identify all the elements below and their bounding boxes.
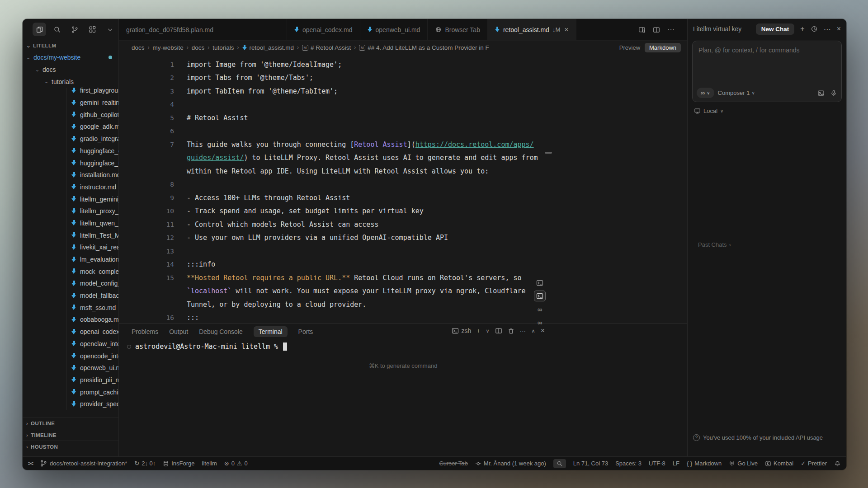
file-model_config_proxy.md[interactable]: model_config_proxy.md xyxy=(23,277,118,290)
history-icon[interactable] xyxy=(811,25,818,33)
agent-terminal-icon[interactable]: ∞ xyxy=(534,304,546,314)
file-litellm_qwen_code_cli.md[interactable]: litellm_qwen_code_cli.md xyxy=(23,217,118,230)
source-control-icon[interactable] xyxy=(68,23,81,36)
file-opencode_integration.md[interactable]: opencode_integration.md xyxy=(23,350,118,362)
more-actions-icon[interactable]: ⋯ xyxy=(667,25,675,34)
status-eol[interactable]: LF xyxy=(673,460,679,467)
file-mock_completion.md[interactable]: mock_completion.md xyxy=(23,265,118,277)
folder-tutorials[interactable]: ⌄tutorials xyxy=(23,75,118,88)
status-insforge[interactable]: InsForge xyxy=(163,460,194,467)
sidebar-section-houston[interactable]: ›HOUSTON xyxy=(23,441,118,452)
status-encoding[interactable]: UTF-8 xyxy=(649,460,665,467)
breadcrumb-item[interactable]: my-website xyxy=(153,44,184,51)
panel-tab-debug-console[interactable]: Debug Console xyxy=(199,328,243,335)
panel-tab-problems[interactable]: Problems xyxy=(132,328,158,335)
tab-openweb_ui.md[interactable]: openweb_ui.md xyxy=(360,19,428,40)
status-prettier[interactable]: ✓Prettier xyxy=(801,460,827,467)
breadcrumb-item[interactable]: retool_assist.md xyxy=(242,44,294,51)
project-header[interactable]: ⌄ LITELLM xyxy=(23,40,118,52)
status-indentation[interactable]: Spaces: 3 xyxy=(615,460,642,467)
file-model_fallbacks.md[interactable]: model_fallbacks.md xyxy=(23,290,118,302)
files-explorer-icon[interactable] xyxy=(33,23,46,36)
file-openweb_ui.md[interactable]: openweb_ui.md xyxy=(23,362,118,374)
status-language-mode[interactable]: { }Markdown xyxy=(687,460,722,467)
tab-retool_assist.md[interactable]: retool_assist.md↓M× xyxy=(488,19,576,40)
file-presidio_pii_masking.md[interactable]: presidio_pii_masking.md xyxy=(23,374,118,386)
chevron-down-icon[interactable] xyxy=(103,23,117,36)
attach-image-icon[interactable] xyxy=(817,89,825,97)
status-remote-indicator[interactable]: >< xyxy=(28,460,33,467)
search-icon[interactable] xyxy=(50,23,64,36)
close-icon[interactable]: × xyxy=(564,26,568,34)
tab-gration_doc_d075fd58.plan.md[interactable]: gration_doc_d075fd58.plan.md xyxy=(119,19,287,40)
folder-docs[interactable]: ⌄docs xyxy=(23,64,118,76)
status-search-toggle[interactable] xyxy=(553,459,566,468)
status-litellm[interactable]: litellm xyxy=(202,460,217,467)
file-livekit_xai_realtime.md[interactable]: livekit_xai_realtime.md xyxy=(23,241,118,253)
new-chat-button[interactable]: New Chat xyxy=(756,23,795,35)
file-installation.md[interactable]: installation.md xyxy=(23,169,118,181)
file-gemini_realtime_with_a...[interactable]: gemini_realtime_with_a... xyxy=(23,97,118,109)
status-notifications[interactable] xyxy=(834,460,841,467)
panel-tab-terminal[interactable]: Terminal xyxy=(254,326,288,337)
file-provider_specific_para...[interactable]: provider_specific_para... xyxy=(23,398,118,410)
scrollbar-marker[interactable] xyxy=(545,152,552,154)
file-huggingface_tutorial.md[interactable]: huggingface_tutorial.md xyxy=(23,157,118,169)
status-go-live[interactable]: Go Live xyxy=(729,460,758,467)
file-litellm_gemini_cli.md[interactable]: litellm_gemini_cli.md xyxy=(23,193,118,205)
status-git-blame[interactable]: Mr. Ånand (1 week ago) xyxy=(475,460,546,467)
split-editor-icon[interactable] xyxy=(653,26,660,33)
code-editor[interactable]: 1import Image from '@theme/IdealImage';2… xyxy=(119,54,687,323)
kill-terminal-icon[interactable] xyxy=(508,328,514,334)
terminal-more-actions[interactable]: ⋯ xyxy=(520,327,526,334)
composer-selector[interactable]: Composer 1∨ xyxy=(718,89,755,96)
markdown-button[interactable]: Markdown xyxy=(645,43,681,52)
terminal-instance-icon[interactable] xyxy=(534,277,546,288)
terminal-shell-chip[interactable]: zsh xyxy=(452,327,472,334)
status-cursor-position[interactable]: Ln 71, Col 73 xyxy=(573,460,608,467)
breadcrumb-item[interactable]: tutorials xyxy=(212,44,234,51)
terminal-instance-icon[interactable] xyxy=(534,291,546,301)
close-chat-icon[interactable]: × xyxy=(837,25,841,33)
file-openai_codex.md[interactable]: openai_codex.md xyxy=(23,326,118,338)
extensions-icon[interactable] xyxy=(85,23,99,36)
past-chats-link[interactable]: Past Chats› xyxy=(698,241,731,248)
breadcrumb-item[interactable]: docs xyxy=(132,44,145,51)
agent-mode-pill[interactable]: ∞∨ xyxy=(697,88,714,98)
sidebar-section-timeline[interactable]: ›TIMELINE xyxy=(23,429,118,441)
tab-Browser Tab[interactable]: Browser Tab xyxy=(428,19,488,40)
chat-more-icon[interactable]: ⋯ xyxy=(824,25,831,33)
file-huggingface_codellama...[interactable]: huggingface_codellama... xyxy=(23,145,118,157)
sidebar-section-outline[interactable]: ›OUTLINE xyxy=(23,417,118,429)
status-kombai[interactable]: Kombai xyxy=(765,460,793,467)
agent-terminal-icon[interactable]: ∞ xyxy=(534,317,546,328)
file-litellm_Test_Multiple_Pr...[interactable]: litellm_Test_Multiple_Pr... xyxy=(23,229,118,241)
file-msft_sso.md[interactable]: msft_sso.md xyxy=(23,301,118,314)
preview-button[interactable]: Preview xyxy=(619,44,640,51)
close-panel-icon[interactable]: × xyxy=(541,327,545,335)
breadcrumb-item[interactable]: M## 4. Add LiteLLM as a Custom Provider … xyxy=(359,44,489,51)
file-lm_evaluation_harness....[interactable]: lm_evaluation_harness.... xyxy=(23,253,118,266)
file-instructor.md[interactable]: instructor.md xyxy=(23,181,118,193)
panel-tab-ports[interactable]: Ports xyxy=(298,328,313,335)
status-git-branch[interactable]: docs/retool-assist-integration* xyxy=(40,460,127,467)
tab-openai_codex.md[interactable]: openai_codex.md xyxy=(287,19,360,40)
chat-title[interactable]: Litellm virtual key xyxy=(693,25,741,33)
status-cursor-tab[interactable]: Cursor Tab xyxy=(439,460,467,467)
file-litellm_proxy_aporia.md[interactable]: litellm_proxy_aporia.md xyxy=(23,205,118,217)
maximize-panel-icon[interactable]: ∧ xyxy=(532,328,535,334)
folder-docs/my-website[interactable]: ⌄docs/my-website xyxy=(23,52,118,64)
status-sync-changes[interactable]: ↻2↓ 0↑ xyxy=(134,460,156,467)
info-circle-icon[interactable]: ? xyxy=(693,434,700,441)
breadcrumb-item[interactable]: docs xyxy=(192,44,205,51)
file-github_copilot_integrati...[interactable]: github_copilot_integrati... xyxy=(23,108,118,121)
new-terminal-button[interactable]: + xyxy=(476,327,480,334)
file-gradio_integration.md[interactable]: gradio_integration.md xyxy=(23,133,118,145)
split-terminal-icon[interactable] xyxy=(495,327,502,334)
file-prompt_caching.md[interactable]: prompt_caching.md xyxy=(23,386,118,398)
open-preview-icon[interactable] xyxy=(638,26,646,33)
terminal-profile-dropdown[interactable]: ∨ xyxy=(486,328,490,334)
panel-tab-output[interactable]: Output xyxy=(169,328,188,335)
status-problems[interactable]: ⊗0⚠0 xyxy=(224,460,248,467)
add-chat-icon[interactable]: + xyxy=(800,25,804,33)
